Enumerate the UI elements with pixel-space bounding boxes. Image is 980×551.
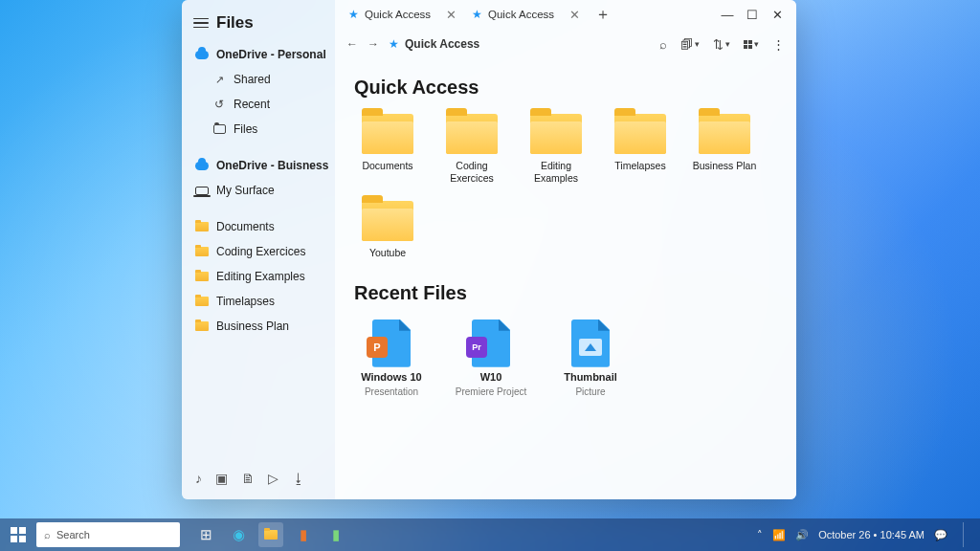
folder-tile[interactable]: Editing Examples	[523, 114, 590, 184]
volume-icon[interactable]: 🔊	[795, 529, 809, 541]
folder-tile[interactable]: Business Plan	[691, 114, 758, 184]
cloud-icon	[195, 159, 209, 172]
tab-bar: ★ Quick Access ✕ ★ Quick Access ✕ ＋ — ☐ …	[335, 0, 796, 29]
download-icon[interactable]: ⭳	[292, 471, 305, 486]
sidebar-shared[interactable]: Shared	[182, 67, 335, 92]
main-pane: ★ Quick Access ✕ ★ Quick Access ✕ ＋ — ☐ …	[335, 0, 796, 499]
view-button[interactable]: ▾	[744, 39, 759, 49]
document-icon[interactable]: 🗎	[241, 471, 255, 486]
file-tile[interactable]: PrW10Premiere Project	[454, 320, 528, 397]
recent-icon	[212, 98, 226, 111]
clock[interactable]: October 26 • 10:45 AM	[818, 529, 924, 540]
back-button[interactable]: ←	[346, 37, 358, 51]
video-icon[interactable]: ▷	[268, 471, 278, 486]
share-icon	[212, 73, 226, 86]
file-tile[interactable]: ThumbnailPicture	[553, 320, 628, 397]
new-tab-button[interactable]: ＋	[588, 5, 618, 25]
sidebar-files[interactable]: Files	[182, 117, 335, 142]
folder-icon	[195, 320, 209, 333]
star-icon: ★	[348, 8, 359, 21]
minimize-button[interactable]: —	[720, 8, 735, 22]
folder-icon	[195, 270, 209, 283]
tab-quick-access-2[interactable]: ★ Quick Access ✕	[464, 0, 588, 29]
start-button[interactable]	[6, 522, 31, 547]
sidebar-onedrive-business[interactable]: OneDrive - Buisness	[182, 153, 335, 178]
laptop-icon	[195, 184, 209, 197]
sidebar-my-surface[interactable]: My Surface	[182, 178, 335, 203]
breadcrumb[interactable]: ★ Quick Access	[389, 37, 479, 51]
file-icon	[571, 320, 610, 367]
folder-icon	[212, 122, 226, 136]
folder-tile[interactable]: Youtube	[354, 201, 421, 259]
sidebar-pinned-item[interactable]: Business Plan	[182, 314, 335, 339]
taskbar: ⌕ Search ⊞ ◉ ▮ ▮ ˄ 📶 🔊 October 26 • 10:4…	[0, 518, 980, 551]
folder-icon	[699, 114, 750, 154]
sidebar-pinned-item[interactable]: Coding Exercices	[182, 239, 335, 264]
tab-quick-access-1[interactable]: ★ Quick Access ✕	[341, 0, 464, 29]
show-desktop-button[interactable]	[963, 522, 969, 547]
edge-icon[interactable]: ◉	[226, 522, 251, 547]
folder-tile[interactable]: Timelapses	[607, 114, 674, 184]
folder-icon	[614, 114, 666, 154]
file-tile[interactable]: PWindows 10Presentation	[354, 320, 429, 397]
task-view-icon[interactable]: ⊞	[193, 522, 218, 547]
powerpoint-icon[interactable]: ▮	[291, 522, 316, 547]
tray-chevron-icon[interactable]: ˄	[757, 529, 763, 541]
file-explorer-icon[interactable]	[258, 522, 283, 547]
folder-icon	[530, 114, 582, 154]
wifi-icon[interactable]: 📶	[772, 529, 786, 541]
music-icon[interactable]: ♪	[195, 471, 202, 486]
sidebar-pinned-item[interactable]: Editing Examples	[182, 264, 335, 289]
sidebar-pinned-item[interactable]: Documents	[182, 214, 335, 239]
sidebar-pinned-item[interactable]: Timelapses	[182, 289, 335, 314]
close-window-button[interactable]: ✕	[769, 8, 785, 22]
app-title: Files	[216, 13, 254, 33]
sidebar-recent[interactable]: Recent	[182, 92, 335, 117]
search-button[interactable]: ⌕	[659, 37, 667, 52]
hamburger-icon[interactable]	[193, 18, 209, 29]
file-icon: P	[372, 320, 411, 367]
system-tray: ˄ 📶 🔊 October 26 • 10:45 AM 💬	[757, 522, 974, 547]
forward-button[interactable]: →	[368, 37, 379, 51]
folder-icon	[446, 114, 498, 154]
sidebar: Files OneDrive - Personal Shared Recent …	[182, 0, 335, 499]
sort-button[interactable]: ⇅▾	[713, 37, 730, 52]
file-icon: Pr	[472, 320, 510, 367]
folder-icon	[362, 114, 413, 154]
app-icon[interactable]: ▮	[323, 522, 348, 547]
folder-icon	[195, 245, 209, 258]
content-area: Quick Access DocumentsCoding ExercicesEd…	[335, 59, 796, 499]
toolbar: ← → ★ Quick Access ⌕ 🗐▾ ⇅▾ ▾ ⋮	[335, 29, 796, 59]
clipboard-button[interactable]: 🗐▾	[680, 37, 700, 52]
star-icon: ★	[472, 8, 482, 21]
folder-icon	[362, 201, 413, 241]
more-button[interactable]: ⋮	[772, 37, 785, 52]
maximize-button[interactable]: ☐	[745, 8, 760, 22]
cloud-icon	[195, 48, 209, 61]
notifications-icon[interactable]: 💬	[934, 529, 947, 541]
folder-tile[interactable]: Coding Exercices	[438, 114, 505, 184]
image-icon[interactable]: ▣	[215, 471, 228, 486]
close-tab-icon[interactable]: ✕	[560, 8, 580, 22]
folder-tile[interactable]: Documents	[354, 114, 421, 184]
recent-files-heading: Recent Files	[354, 282, 777, 304]
search-box[interactable]: ⌕ Search	[36, 522, 180, 547]
folder-icon	[195, 295, 209, 308]
folder-icon	[195, 220, 209, 233]
sidebar-footer: ♪ ▣ 🗎 ▷ ⭳	[182, 463, 335, 494]
sidebar-onedrive-personal[interactable]: OneDrive - Personal	[182, 42, 335, 67]
quick-access-heading: Quick Access	[354, 77, 777, 99]
close-tab-icon[interactable]: ✕	[436, 8, 457, 22]
star-icon: ★	[389, 37, 399, 51]
search-icon: ⌕	[44, 529, 51, 540]
file-explorer-window: Files OneDrive - Personal Shared Recent …	[182, 0, 796, 499]
